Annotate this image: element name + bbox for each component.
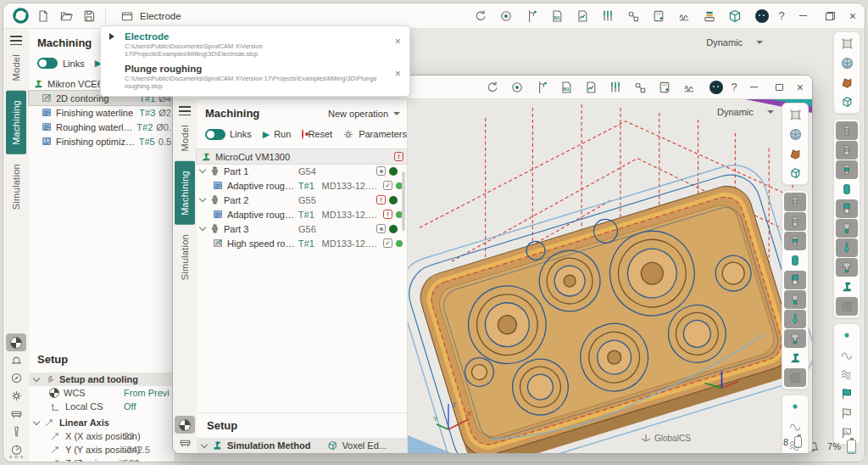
- point-dot-icon[interactable]: [784, 397, 806, 416]
- setup-row[interactable]: Y (Y axis position) -242.5: [29, 443, 175, 457]
- compass-icon[interactable]: [6, 369, 26, 387]
- calculator-icon[interactable]: [650, 8, 667, 25]
- wcs-ball-icon[interactable]: [6, 333, 26, 351]
- coordinate-system-label[interactable]: GlobalCS: [641, 433, 691, 443]
- flag-outline-icon[interactable]: [836, 404, 858, 423]
- tool-ball-icon[interactable]: [836, 199, 858, 218]
- machine-tree-item[interactable]: MicroCut VM1300: [197, 149, 407, 164]
- parameters-label[interactable]: Parameters: [359, 129, 407, 139]
- caliper-measure-icon[interactable]: [533, 79, 550, 96]
- machine-bed-icon[interactable]: [175, 434, 195, 451]
- tab-model[interactable]: Model: [6, 45, 26, 90]
- hatch-material-icon[interactable]: [784, 368, 806, 387]
- new-document-icon[interactable]: [35, 8, 52, 25]
- operation-row[interactable]: Finishing waterline T#3 Ø2: [29, 105, 175, 120]
- report-document-icon[interactable]: [574, 8, 591, 25]
- wireframe-cube-icon[interactable]: [836, 92, 858, 111]
- close-icon[interactable]: ×: [394, 36, 401, 47]
- tool-assembly-icon[interactable]: [599, 8, 616, 25]
- record-simulation-icon[interactable]: [509, 79, 526, 96]
- part-row[interactable]: Part 3 G56: [197, 221, 407, 236]
- view-mode-select[interactable]: Dynamic: [706, 37, 763, 48]
- tool-cylinder-icon[interactable]: [836, 180, 858, 199]
- setup-row-value[interactable]: 529: [124, 458, 139, 462]
- operation-row[interactable]: Finishing optimized pl... T#5 0.5: [29, 134, 175, 148]
- chevron-down-icon[interactable]: [199, 166, 206, 173]
- node-link-icon[interactable]: [625, 8, 642, 25]
- holder-collet-icon[interactable]: [784, 232, 806, 250]
- new-operation-button[interactable]: New operation: [328, 109, 400, 119]
- chevron-down-icon[interactable]: [33, 417, 40, 424]
- wave-multi-icon[interactable]: [836, 365, 858, 384]
- menu-hamburger-icon[interactable]: [10, 36, 22, 45]
- close-button[interactable]: ×: [849, 10, 856, 22]
- setup-group-row[interactable]: Linear Axis: [29, 416, 175, 429]
- machine-sim-icon[interactable]: [836, 277, 858, 296]
- caliper-measure-icon[interactable]: [523, 8, 540, 25]
- screwdriver-icon[interactable]: [6, 423, 26, 440]
- chevron-down-icon[interactable]: [199, 195, 206, 202]
- chevron-down-icon[interactable]: [199, 224, 206, 231]
- setup-row-value[interactable]: -242.5: [124, 445, 150, 455]
- point-dot-icon[interactable]: [836, 326, 858, 345]
- holder-collet-icon[interactable]: [836, 160, 858, 179]
- chevron-down-icon[interactable]: [33, 374, 40, 381]
- gcode-n1-icon[interactable]: N1: [558, 79, 575, 96]
- help-button[interactable]: ?: [732, 81, 737, 93]
- wireframe-cube-icon[interactable]: [784, 164, 806, 182]
- account-avatar[interactable]: [755, 9, 769, 23]
- project-tab[interactable]: Electrode: [114, 8, 186, 25]
- wave-single-icon[interactable]: [836, 345, 858, 364]
- open-folder-icon[interactable]: [58, 8, 75, 25]
- package-box-icon[interactable]: [726, 8, 743, 25]
- setup-row-value[interactable]: From Previ: [124, 388, 170, 398]
- calculator-icon[interactable]: [656, 79, 673, 96]
- operation-row[interactable]: Adaptive roughing T#1 MD133-12.0W5: [197, 178, 407, 193]
- reset-label[interactable]: Reset: [308, 129, 332, 139]
- post-signature-icon[interactable]: [681, 79, 698, 96]
- maximize-button[interactable]: [771, 79, 788, 96]
- wave-single-icon[interactable]: [784, 417, 806, 435]
- close-button[interactable]: ×: [797, 81, 804, 93]
- tool-taper-icon[interactable]: [784, 290, 806, 309]
- recent-project-item[interactable]: Plunge roughing C:\Users\Public\Document…: [101, 61, 409, 93]
- help-button[interactable]: ?: [779, 9, 785, 22]
- operation-row[interactable]: High speed roughin... T#1 MD133-12.0W5: [197, 236, 407, 250]
- printer-3d-icon[interactable]: [701, 8, 718, 25]
- setup-row[interactable]: WCS From Previ: [29, 386, 175, 400]
- recent-project-item[interactable]: Electrode C:\Users\Public\Documents\Spru…: [101, 29, 409, 61]
- reset-icon[interactable]: [302, 129, 303, 139]
- setup-group-row[interactable]: Simulation Method Voxel Ed...: [197, 438, 407, 453]
- links-toggle[interactable]: [37, 58, 58, 69]
- run-icon[interactable]: ▶: [263, 129, 270, 140]
- setup-row[interactable]: Local CS Off: [29, 400, 175, 413]
- machine-head-icon[interactable]: [784, 329, 806, 348]
- clamp-icon[interactable]: [6, 351, 26, 369]
- operation-row[interactable]: Roughing waterline2 T#2 Ø0.: [29, 120, 175, 134]
- report-document-icon[interactable]: [582, 79, 599, 96]
- holder-blank-icon[interactable]: [836, 121, 858, 140]
- view-mode-select[interactable]: Dynamic: [717, 107, 774, 117]
- highspeed-viewport[interactable]: Dynamic Z X Y GlobalCS: [408, 99, 812, 453]
- setup-row-value[interactable]: Voxel Ed...: [342, 440, 387, 451]
- close-icon[interactable]: ×: [394, 68, 401, 79]
- part-row[interactable]: Part 2 G55: [197, 193, 407, 207]
- panel-scrollbar[interactable]: [402, 171, 405, 231]
- setup-row[interactable]: Z (Z axis position) 529: [29, 457, 175, 462]
- machine-sim-icon[interactable]: [784, 349, 806, 367]
- undo-history-icon[interactable]: [484, 79, 501, 96]
- drill-bit-icon[interactable]: [836, 238, 858, 257]
- machine-bed-icon[interactable]: [6, 405, 26, 423]
- record-simulation-icon[interactable]: [498, 8, 515, 25]
- tab-model[interactable]: Model: [175, 115, 195, 160]
- chevron-down-icon[interactable]: [201, 440, 208, 447]
- holder-ball-icon[interactable]: [836, 141, 858, 160]
- setup-row-value[interactable]: 23: [124, 431, 134, 441]
- holder-ball-icon[interactable]: [784, 212, 806, 231]
- operation-row[interactable]: Adaptive roughing ... T#1 MD133-12.0W5: [197, 207, 407, 221]
- mesh-sphere-icon[interactable]: [836, 53, 858, 72]
- node-link-icon[interactable]: [632, 79, 648, 96]
- holder-blank-icon[interactable]: [784, 193, 806, 211]
- check-badge[interactable]: [383, 181, 392, 190]
- menu-hamburger-icon[interactable]: [179, 106, 191, 115]
